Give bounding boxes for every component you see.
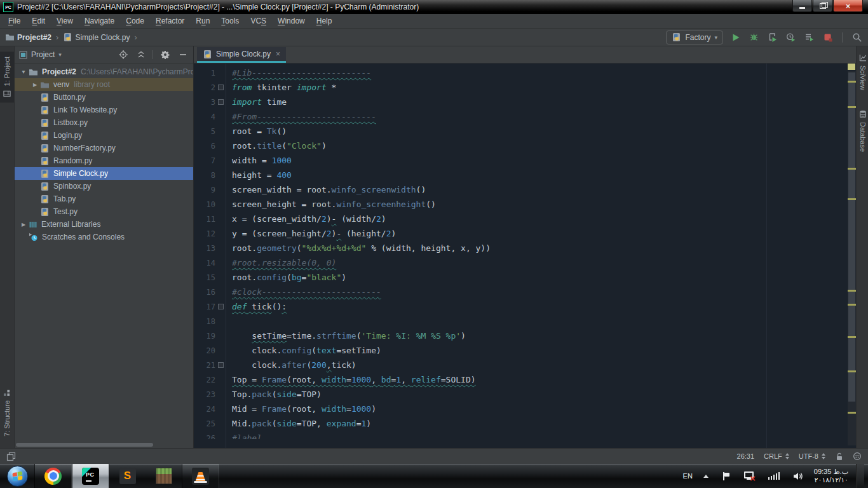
code-line-2[interactable]: 2from tkinter import * [194,80,846,95]
tool-tab-database[interactable]: Database [857,107,868,154]
code-line-20[interactable]: 20 clock.config(text=setTime) [194,343,846,358]
tree-item-button-py[interactable]: Button.py [15,91,193,104]
warning-stripe-mark[interactable] [848,106,856,108]
code-line-14[interactable]: 14#root.resizable(0, 0) [194,255,846,270]
title-bar[interactable]: PC Project#2 [C:\Users\FARAHANI\PycharmP… [0,0,868,14]
warning-stripe-mark[interactable] [848,81,856,83]
tree-item-spinbox-py[interactable]: Spinbox.py [15,180,193,193]
code-line-21[interactable]: 21 clock.after(200,tick) [194,358,846,372]
code-line-23[interactable]: 23Top.pack(side=TOP) [194,387,846,402]
tree-item-external-libraries[interactable]: ▶External Libraries [15,218,193,231]
menu-run[interactable]: Run [190,15,215,27]
taskbar-clock[interactable]: ب.ظ 09:35 ۲۰۱۸/۱۲/۱۰ [814,468,848,484]
expand-right-icon[interactable]: ▶ [30,82,40,88]
tree-item-numberfactory-py[interactable]: NumberFactory.py [15,142,193,154]
tool-tab-structure[interactable]: 7: Structure [0,387,14,439]
warning-stripe-mark[interactable] [848,412,856,414]
show-desktop-button[interactable] [856,464,864,488]
code-line-6[interactable]: 6root.title("Clock") [194,139,846,153]
menu-view[interactable]: View [51,15,79,27]
scrollbar-thumb[interactable] [848,72,855,402]
menu-help[interactable]: Help [311,15,338,27]
code-line-9[interactable]: 9screen_width = root.winfo_screenwidth() [194,182,846,197]
code-line-13[interactable]: 13root.geometry("%dx%d+%d+%d" % (width, … [194,241,846,255]
stop-button[interactable] [822,31,834,43]
code-line-7[interactable]: 7width = 1000 [194,153,846,168]
tool-tab-project[interactable]: 1: Project [0,51,14,102]
fold-marker-icon[interactable] [215,99,226,105]
menu-navigate[interactable]: Navigate [79,15,120,27]
taskbar-pycharm-button[interactable]: PC [72,464,109,488]
warning-stripe-mark[interactable] [848,168,856,170]
expand-right-icon[interactable]: ▶ [18,222,29,227]
breadcrumb-simple-clock-py[interactable]: Simple Clock.py [75,33,130,42]
menu-window[interactable]: Window [272,15,311,27]
inspection-indicator[interactable] [848,64,855,70]
tree-item-listbox-py[interactable]: Listbox.py [15,116,193,129]
warning-stripe-mark[interactable] [848,290,856,292]
taskbar-chrome-button[interactable] [34,464,72,488]
locate-button[interactable] [117,49,129,61]
code-line-5[interactable]: 5root = Tk() [194,124,846,139]
tray-expand-icon[interactable] [703,475,709,478]
taskbar-minecraft-button[interactable] [146,464,182,488]
start-button[interactable] [0,464,34,488]
close-tab-icon[interactable]: × [276,50,280,58]
horizontal-scrollbar[interactable] [15,442,193,448]
fold-marker-icon[interactable] [215,304,226,309]
tree-item-tab-py[interactable]: Tab.py [15,193,193,205]
tree-item-simple-clock-py[interactable]: Simple Clock.py [15,167,193,180]
tree-item-project-2[interactable]: ▼Project#2C:\Users\FARAHANI\PycharmProj [15,65,193,78]
code-line-3[interactable]: 3import time [194,95,846,109]
code-line-10[interactable]: 10screen_height = root.winfo_screenheigh… [194,197,846,212]
menu-refactor[interactable]: Refactor [150,15,190,27]
action-center-icon[interactable] [722,472,730,480]
tree-item-login-py[interactable]: Login.py [15,129,193,142]
menu-code[interactable]: Code [120,15,150,27]
code-line-16[interactable]: 16#clock------------------------ [194,285,846,299]
toggle-tool-windows-icon[interactable] [6,452,16,461]
encoding-selector[interactable]: UTF-8 [799,452,825,460]
code-line-8[interactable]: 8height = 400 [194,168,846,182]
tree-item-link-to-website-py[interactable]: Link To Website.py [15,104,193,116]
code-line-15[interactable]: 15root.config(bg="black") [194,270,846,285]
coverage-button[interactable] [766,31,778,43]
run-button[interactable] [729,31,742,43]
fold-marker-icon[interactable] [215,85,226,90]
code-line-19[interactable]: 19 setTime=time.strftime('Time: %I: %M %… [194,329,846,343]
debug-button[interactable] [748,31,760,43]
code-line-11[interactable]: 11x = (screen_width/2)- (width/2) [194,212,846,226]
restore-button[interactable] [813,0,832,12]
warning-stripe-mark[interactable] [848,370,856,372]
collapse-all-button[interactable] [135,49,147,61]
code-line-4[interactable]: 4#From------------------------ [194,109,846,124]
menu-tools[interactable]: Tools [215,15,245,27]
editor-tab-simple-clock[interactable]: Simple Clock.py × [197,47,286,63]
fold-marker-icon[interactable] [215,362,226,368]
profiler-button[interactable] [785,31,797,43]
line-separator-selector[interactable]: CRLF [764,452,789,460]
warning-stripe-mark[interactable] [848,198,856,200]
breadcrumb-project-2[interactable]: Project#2 [17,33,51,42]
menu-edit[interactable]: Edit [26,15,51,27]
taskbar-vlc-button[interactable] [182,464,219,488]
network-error-icon[interactable]: × [744,471,754,480]
readonly-lock-icon[interactable] [835,452,843,461]
minimize-button[interactable] [792,0,812,12]
tree-item-random-py[interactable]: Random.py [15,154,193,167]
expand-down-icon[interactable]: ▼ [18,69,29,75]
code-line-18[interactable]: 18 [194,314,846,329]
tree-item-test-py[interactable]: Test.py [15,205,193,218]
code-line-24[interactable]: 24Mid = Frame(root, width=1000) [194,402,846,416]
code-line-1[interactable]: 1#Lib------------------------ [194,65,846,80]
search-everywhere-button[interactable] [851,31,863,43]
code-line-17[interactable]: 17def tick(): [194,299,846,314]
close-button[interactable]: × [833,0,863,12]
project-view-selector[interactable]: Project ▾ [19,50,62,59]
run-list-button[interactable] [803,31,815,43]
editor-scrollbar[interactable] [848,71,856,445]
caret-position[interactable]: 26:31 [737,452,755,460]
taskbar-sublime-button[interactable]: S [109,464,146,488]
volume-icon[interactable] [794,472,803,480]
warning-stripe-mark[interactable] [848,336,856,338]
